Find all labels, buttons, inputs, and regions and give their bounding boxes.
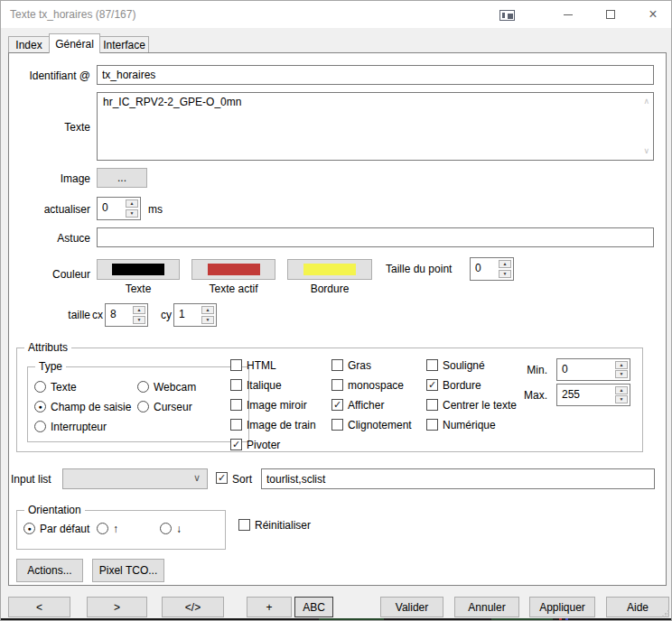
scroll-up-icon[interactable]: ∧ [643, 97, 649, 106]
checkbox-clignotement-label: Clignotement [348, 419, 412, 431]
radio-par-defaut[interactable]: ● [23, 523, 35, 534]
taille-label: taille [9, 309, 90, 321]
checkbox-html[interactable] [230, 359, 242, 371]
aide-button[interactable]: Aide [606, 597, 669, 617]
couleur-label: Couleur [9, 268, 90, 281]
minimize-button[interactable] [552, 1, 584, 28]
astuce-input[interactable] [97, 227, 654, 247]
checkbox-pivoter[interactable]: ✓ [230, 439, 242, 450]
spin-up-icon: ▲ [137, 308, 142, 312]
scroll-down-icon[interactable]: ∨ [643, 147, 649, 155]
texte-label: Texte [9, 121, 90, 134]
radio-orientation-up-label: ↑ [113, 523, 118, 535]
min-spin-up-button[interactable]: ▲ [615, 361, 628, 369]
actions-button[interactable]: Actions... [16, 559, 83, 582]
min-value[interactable]: 0 [562, 363, 568, 375]
checkbox-centrer-le-texte[interactable] [426, 399, 438, 411]
prev-button[interactable]: < [8, 597, 70, 617]
cx-spinner[interactable]: 8 ▲ ▼ [105, 303, 148, 327]
next-button[interactable]: > [87, 597, 147, 617]
cy-spin-down-button[interactable]: ▼ [201, 316, 214, 324]
radio-interrupteur-label: Interrupteur [51, 421, 107, 433]
radio-orientation-down[interactable] [160, 523, 172, 534]
tab-interface[interactable]: Interface [99, 36, 149, 52]
max-spinner[interactable]: 255 ▲ ▼ [556, 384, 630, 406]
couleur-bordure-button[interactable] [287, 259, 372, 280]
cx-value[interactable]: 8 [110, 308, 117, 320]
couleur-texte-swatch [112, 264, 164, 275]
sort-checkbox[interactable]: ✓ [216, 472, 228, 484]
identifiant-input[interactable] [97, 65, 654, 85]
checkbox-bordure[interactable]: ✓ [426, 379, 438, 391]
taille-point-value[interactable]: 0 [475, 262, 481, 274]
appliquer-button[interactable]: Appliquer [529, 597, 595, 617]
add-button[interactable]: + [247, 597, 292, 617]
min-spin-down-button[interactable]: ▼ [615, 370, 628, 378]
actualiser-spin-up-button[interactable]: ▲ [126, 199, 138, 208]
checkbox-image-miroir[interactable] [230, 399, 242, 411]
input-list-input[interactable] [261, 468, 655, 489]
taille-point-spin-up-button[interactable]: ▲ [499, 260, 511, 268]
checkbox-image-de-train[interactable] [230, 419, 242, 431]
cy-spinner[interactable]: 1 ▲ ▼ [173, 303, 217, 327]
checkbox-italique[interactable] [230, 379, 242, 391]
cy-value[interactable]: 1 [179, 308, 185, 320]
checkbox-numerique[interactable] [426, 419, 438, 431]
reinitialiser-checkbox[interactable] [238, 519, 250, 531]
cx-spin-up-button[interactable]: ▲ [133, 306, 145, 314]
texte-textarea[interactable]: hr_IC_RPV2-2_GPE-O_0mn ∧ ∨ [97, 92, 654, 161]
code-button[interactable]: </> [162, 597, 224, 617]
max-spin-down-button[interactable]: ▼ [615, 395, 628, 403]
input-list-combobox[interactable]: ∨ [62, 468, 208, 489]
checkbox-clignotement[interactable] [331, 419, 343, 431]
taille-point-spin-down-button[interactable]: ▼ [499, 270, 511, 278]
pixel-tco-button[interactable]: Pixel TCO... [92, 559, 164, 582]
radio-curseur[interactable] [137, 401, 149, 412]
cx-spin-down-button[interactable]: ▼ [133, 316, 145, 324]
radio-webcam-label: Webcam [154, 381, 196, 394]
checkbox-gras[interactable] [331, 359, 343, 371]
radio-texte[interactable] [34, 381, 46, 393]
radio-orientation-up[interactable] [97, 523, 108, 534]
couleur-texte-button[interactable] [97, 259, 180, 280]
abc-button[interactable]: ABC [294, 597, 333, 617]
spin-up-icon: ▲ [130, 201, 135, 206]
checkbox-souligne-label: Souligné [443, 359, 485, 372]
radio-orientation-down-label: ↓ [176, 523, 182, 535]
orientation-group-label: Orientation [24, 504, 85, 516]
tab-general-label: Général [55, 38, 94, 51]
checkbox-afficher[interactable]: ✓ [331, 399, 343, 411]
checkbox-monospace[interactable] [331, 379, 343, 391]
resize-grip[interactable] [662, 610, 670, 618]
max-spin-up-button[interactable]: ▲ [615, 386, 628, 394]
couleur-texte-actif-button[interactable] [191, 259, 275, 280]
actualiser-label: actualiser [9, 203, 90, 216]
attributs-group-label: Attributs [24, 341, 71, 354]
close-button[interactable]: × [637, 1, 669, 28]
tab-general[interactable]: Général [49, 33, 100, 53]
tab-index[interactable]: Index [8, 36, 50, 52]
taille-point-spinner[interactable]: 0 ▲ ▼ [470, 257, 514, 281]
max-value[interactable]: 255 [562, 388, 580, 401]
radio-interrupteur[interactable] [34, 421, 46, 432]
radio-champ-de-saisie[interactable]: ● [34, 401, 46, 412]
actualiser-spin-down-button[interactable]: ▼ [126, 209, 138, 218]
actualiser-value[interactable]: 0 [102, 201, 108, 214]
min-spinner[interactable]: 0 ▲ ▼ [556, 358, 630, 381]
image-browse-button[interactable]: ... [97, 168, 147, 188]
couleur-texte-actif-caption: Texte actif [191, 283, 275, 295]
checkbox-souligne[interactable] [426, 359, 438, 371]
couleur-texte-actif-swatch [208, 264, 260, 275]
maximize-button[interactable] [594, 1, 627, 28]
title-bar[interactable]: Texte tx_horaires (87/167) × [1, 1, 671, 28]
cy-spin-up-button[interactable]: ▲ [201, 306, 214, 314]
checkbox-image-miroir-label: Image miroir [247, 399, 307, 412]
actualiser-spinner[interactable]: 0 ▲ ▼ [97, 197, 141, 220]
radio-webcam[interactable] [137, 381, 149, 393]
spin-up-icon: ▲ [620, 388, 624, 393]
annuler-button[interactable]: Annuler [454, 597, 519, 617]
radio-par-defaut-label: Par défaut [40, 523, 89, 535]
spin-up-icon: ▲ [620, 363, 624, 367]
valider-button[interactable]: Valider [380, 597, 443, 617]
dialog-window: Texte tx_horaires (87/167) × Index Génér… [0, 0, 672, 621]
